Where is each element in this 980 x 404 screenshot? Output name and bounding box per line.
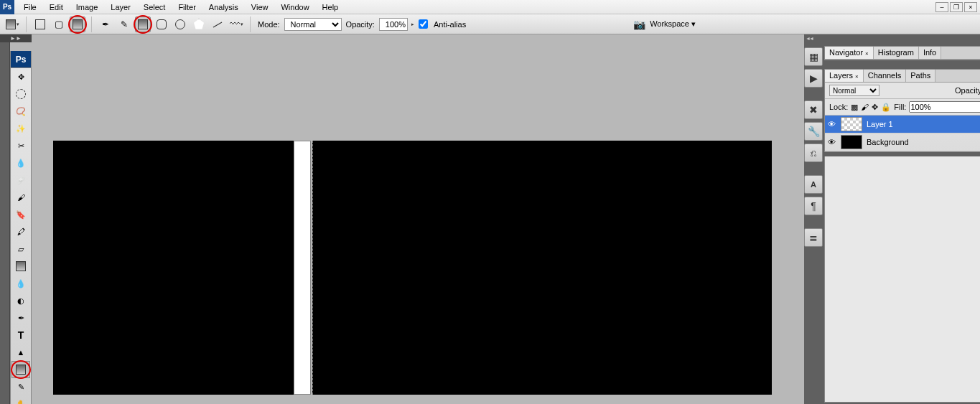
eraser-tool[interactable]: ▱ [11,240,30,258]
tool-preset-picker[interactable]: ▾ [4,17,20,32]
layer-visibility-icon[interactable]: 👁 [828,138,836,146]
layer-blend-mode-select[interactable]: Normal [829,85,879,96]
toolbox-dock-handle[interactable] [0,42,10,404]
bridge-icon[interactable]: 📷 [633,19,645,30]
path-selection-tool[interactable]: ▲ [11,344,30,361]
navigator-panel: Navigator× Histogram Info [824,46,980,60]
paths-mode[interactable]: ▢ [51,17,67,32]
adjustments-panel-icon[interactable]: 🔧 [804,122,823,141]
brush-tool[interactable]: 🖌 [11,189,30,206]
panel-stack: Navigator× Histogram Info Layers× Channe… [823,34,980,404]
layer-thumbnail[interactable] [841,135,862,149]
move-tool[interactable]: ✥ [11,68,30,85]
gradient-tool[interactable] [11,258,30,275]
menu-filter[interactable]: Filter [172,1,202,13]
layer-visibility-icon[interactable]: 👁 [828,120,836,128]
menu-help[interactable]: Help [316,1,345,13]
polygon-shape-icon[interactable] [191,17,207,32]
close-button[interactable]: × [964,2,977,12]
document-canvas[interactable] [53,141,771,395]
line-shape-icon[interactable] [210,17,225,32]
tools-panel-icon[interactable]: ✖ [804,100,823,119]
layers-tab[interactable]: Layers× [825,70,864,82]
toolbox: Ps ✥ 📿 ✨ ✂ 💧 🩹 🖌 🔖 🖍 ▱ 💧 ◐ ✒ T ▲ ✎ [10,51,32,404]
navigator-tab[interactable]: Navigator× [825,47,874,59]
paragraph-panel-icon[interactable]: ¶ [804,197,823,215]
toolbox-collapse-arrows[interactable]: ►► [0,34,32,42]
histogram-tab[interactable]: Histogram [874,47,919,59]
menu-window[interactable]: Window [274,1,315,13]
layer-name[interactable]: Background [867,138,909,146]
blend-mode-select[interactable]: Normal [284,18,342,31]
dodge-tool[interactable]: ◐ [11,292,30,309]
menu-edit[interactable]: Edit [43,1,70,13]
opacity-flyout-icon[interactable]: ▸ [411,22,414,27]
marquee-tool[interactable] [11,85,30,103]
layer-row[interactable]: 👁 Layer 1 [825,116,980,133]
freeform-pen-icon[interactable]: ✎ [116,17,132,32]
menu-image[interactable]: Image [70,1,105,13]
menu-file[interactable]: File [17,1,43,13]
fill-pixels-mode[interactable] [70,17,85,32]
antialias-label: Anti-alias [434,20,466,29]
blur-tool[interactable]: 💧 [11,275,30,292]
ellipse-shape-icon[interactable] [172,17,188,32]
histogram-panel-icon[interactable]: ▶ [804,69,823,88]
window-controls: – ❐ × [935,2,980,12]
lock-all-icon[interactable]: 🔒 [881,103,891,112]
layer-name[interactable]: Layer 1 [867,120,893,128]
notes-tool[interactable]: ✎ [11,378,30,395]
custom-shape-icon[interactable]: ▾ [228,17,244,32]
menu-analysis[interactable]: Analysis [202,1,245,13]
rounded-rectangle-shape-icon[interactable] [154,17,169,32]
crop-tool[interactable]: ✂ [11,137,30,154]
opacity-input[interactable] [379,18,408,31]
magic-wand-tool[interactable]: ✨ [11,120,30,137]
mode-label: Mode: [258,20,280,29]
panel-empty-area [824,156,980,403]
options-bar: ▾ ▢ ✒ ✎ ▾ Mode: Normal Opacity: ▸ Anti-a… [0,14,980,34]
fill-label: Fill: [894,103,906,111]
clone-stamp-tool[interactable]: 🔖 [11,206,30,223]
paths-tab[interactable]: Paths [906,70,935,82]
type-tool[interactable]: T [11,327,30,344]
actions-panel-icon[interactable]: ⎌ [804,144,823,162]
layer-comps-panel-icon[interactable]: ≣ [804,228,823,247]
canvas-black-region-right [312,141,772,395]
divider [26,17,27,32]
lock-image-icon[interactable]: 🖌 [861,103,869,111]
menu-layer[interactable]: Layer [104,1,137,13]
layer-opacity-label: Opacity: [955,86,980,95]
layer-row[interactable]: 👁 Background 🔒 [825,133,980,151]
layers-panel: Layers× Channels Paths Normal Opacity: ▸… [824,69,980,152]
shape-layers-mode[interactable] [32,17,48,32]
lock-position-icon[interactable]: ✥ [872,103,878,112]
channels-tab[interactable]: Channels [864,70,906,82]
rectangle-shape-icon[interactable] [135,17,151,32]
navigator-panel-icon[interactable]: ▦ [804,47,823,66]
rectangle-tool[interactable] [11,361,30,378]
layer-fill-input[interactable] [909,101,980,113]
menu-select[interactable]: Select [137,1,172,13]
minimize-button[interactable]: – [935,2,948,12]
photoshop-logo: Ps [0,0,14,14]
collapsed-panel-dock: ▦ ▶ ✖ 🔧 ⎌ A ¶ ≣ [804,34,823,404]
workspace-switcher[interactable]: 📷 Workspace ▾ [633,19,696,30]
eyedropper-tool[interactable]: 💧 [11,154,30,172]
lock-transparent-icon[interactable]: ▩ [851,103,858,112]
restore-button[interactable]: ❐ [950,2,963,12]
history-brush-tool[interactable]: 🖍 [11,223,30,240]
toolbox-header-icon: Ps [11,51,31,68]
pen-shape-icon[interactable]: ✒ [98,17,113,32]
antialias-checkbox[interactable] [419,19,428,29]
menu-bar: Ps File Edit Image Layer Select Filter A… [0,0,980,14]
layer-thumbnail[interactable] [841,117,862,131]
hand-tool[interactable]: ✋ [11,395,30,404]
pen-tool[interactable]: ✒ [11,309,30,327]
healing-brush-tool[interactable]: 🩹 [11,172,30,189]
lock-label: Lock: [829,103,848,111]
menu-view[interactable]: View [245,1,275,13]
info-tab[interactable]: Info [919,47,941,59]
lasso-tool[interactable]: 📿 [11,103,30,120]
character-panel-icon[interactable]: A [804,175,823,194]
